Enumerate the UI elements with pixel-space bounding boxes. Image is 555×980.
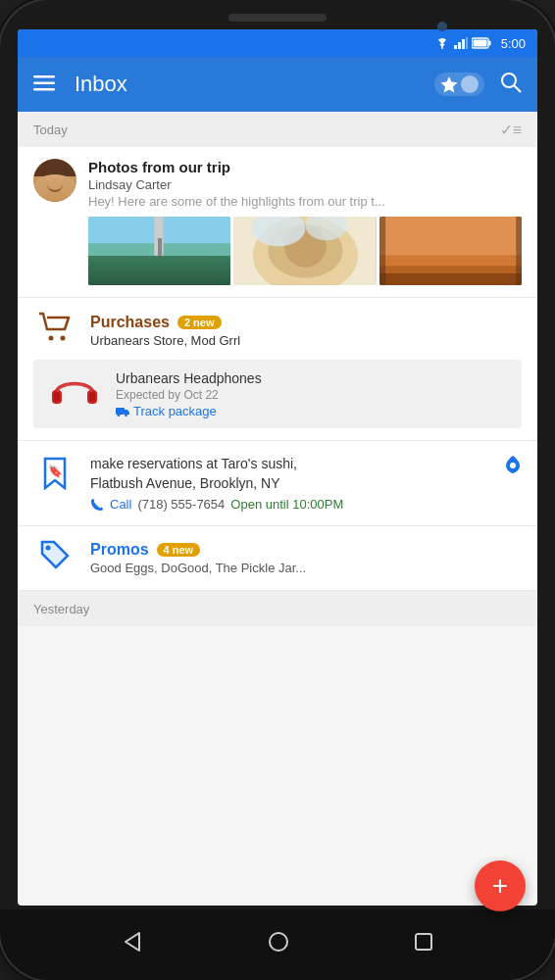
call-label: Call bbox=[110, 497, 131, 512]
promos-card[interactable]: Promos 4 new Good Eggs, DoGood, The Pick… bbox=[18, 526, 537, 591]
svg-rect-16 bbox=[88, 243, 230, 266]
call-number: (718) 555-7654 bbox=[137, 497, 225, 512]
email-subject: Photos from our trip bbox=[88, 159, 522, 175]
purchases-info: Purchases 2 new Urbanears Store, Mod Grr… bbox=[90, 314, 522, 348]
item-details: Urbanears Headphones Expected by Oct 22 … bbox=[116, 370, 510, 418]
call-icon bbox=[90, 498, 104, 512]
toggle-dot bbox=[461, 75, 479, 93]
app-title: Inbox bbox=[75, 72, 434, 97]
email-card[interactable]: Photos from our trip Lindsay Carter Hey!… bbox=[18, 147, 537, 298]
svg-rect-28 bbox=[379, 256, 522, 273]
purchases-title-row: Purchases 2 new bbox=[90, 314, 522, 331]
purchases-title: Purchases bbox=[90, 314, 170, 331]
avatar bbox=[33, 159, 76, 202]
pin-icon bbox=[504, 455, 522, 479]
signal-icon bbox=[454, 37, 468, 49]
purchases-card[interactable]: Purchases 2 new Urbanears Store, Mod Grr… bbox=[18, 298, 537, 441]
svg-rect-30 bbox=[516, 217, 522, 285]
menu-icon[interactable] bbox=[33, 74, 55, 96]
promos-subtitle: Good Eggs, DoGood, The Pickle Jar... bbox=[90, 561, 522, 575]
hamburger-icon bbox=[33, 75, 55, 91]
svg-rect-6 bbox=[488, 41, 490, 46]
truck-icon bbox=[116, 405, 129, 416]
email-thumb-1 bbox=[88, 217, 230, 285]
svg-rect-19 bbox=[103, 262, 216, 273]
email-sender: Lindsay Carter bbox=[88, 177, 522, 192]
speaker bbox=[228, 14, 327, 22]
compose-fab[interactable]: + bbox=[475, 860, 526, 906]
svg-rect-35 bbox=[54, 392, 60, 402]
search-icon[interactable] bbox=[500, 72, 522, 97]
svg-text:🔖: 🔖 bbox=[48, 464, 63, 478]
svg-rect-9 bbox=[33, 81, 55, 84]
svg-marker-11 bbox=[441, 76, 458, 93]
phone-top bbox=[0, 0, 555, 29]
top-bar-actions bbox=[434, 72, 522, 97]
battery-icon bbox=[472, 37, 491, 49]
purchases-badge: 2 new bbox=[177, 316, 222, 329]
reminder-title: make reservations at Taro's sushi, Flatb… bbox=[90, 455, 490, 493]
today-label: Today bbox=[33, 122, 68, 137]
promos-title: Promos bbox=[90, 541, 149, 559]
status-icons: 5:00 bbox=[434, 36, 526, 51]
open-status: Open until 10:00PM bbox=[230, 497, 343, 512]
email-thumb-2 bbox=[233, 217, 376, 285]
svg-rect-46 bbox=[416, 934, 431, 950]
svg-point-32 bbox=[61, 336, 66, 341]
svg-rect-8 bbox=[33, 75, 55, 78]
star-icon bbox=[440, 75, 458, 93]
email-header: Photos from our trip Lindsay Carter Hey!… bbox=[33, 159, 522, 209]
purchases-header: Purchases 2 new Urbanears Store, Mod Grr… bbox=[18, 298, 537, 356]
purchases-icon bbox=[33, 312, 76, 350]
svg-point-38 bbox=[118, 414, 121, 416]
reminder-icon: 🔖 bbox=[33, 457, 76, 497]
item-name: Urbanears Headphones bbox=[116, 370, 510, 386]
screen: 5:00 Inbox bbox=[18, 29, 537, 906]
status-bar: 5:00 bbox=[18, 29, 537, 57]
svg-rect-36 bbox=[89, 392, 95, 402]
reminder-action: Call (718) 555-7654 Open until 10:00PM bbox=[90, 497, 490, 512]
today-section-header: Today ✓≡ bbox=[18, 112, 537, 147]
status-time: 5:00 bbox=[501, 36, 526, 51]
purchases-subtitle: Urbanears Store, Mod Grrl bbox=[90, 333, 522, 348]
svg-rect-2 bbox=[458, 42, 461, 49]
svg-rect-7 bbox=[473, 40, 486, 47]
toggle-button[interactable] bbox=[434, 73, 484, 96]
svg-point-31 bbox=[49, 336, 54, 341]
recents-button[interactable] bbox=[414, 932, 433, 957]
home-button[interactable] bbox=[268, 931, 289, 958]
svg-rect-3 bbox=[462, 39, 465, 49]
item-image bbox=[45, 369, 104, 418]
svg-rect-15 bbox=[88, 259, 230, 285]
promos-title-row: Promos 4 new bbox=[90, 541, 522, 559]
svg-marker-44 bbox=[126, 933, 139, 951]
svg-point-0 bbox=[441, 47, 443, 49]
purchases-item: Urbanears Headphones Expected by Oct 22 … bbox=[33, 360, 522, 428]
svg-point-39 bbox=[125, 414, 127, 416]
phone-frame: 5:00 Inbox bbox=[0, 0, 555, 980]
promos-icon bbox=[33, 540, 76, 576]
svg-rect-17 bbox=[154, 217, 163, 259]
track-label: Track package bbox=[133, 404, 217, 418]
yesterday-label: Yesterday bbox=[33, 602, 89, 616]
reminder-card[interactable]: 🔖 make reservations at Taro's sushi, Fla… bbox=[18, 441, 537, 526]
email-meta: Photos from our trip Lindsay Carter Hey!… bbox=[88, 159, 522, 209]
email-images bbox=[88, 217, 522, 285]
email-thumb-3 bbox=[379, 217, 522, 285]
back-button[interactable] bbox=[122, 931, 143, 958]
yesterday-section-header: Yesterday bbox=[18, 591, 537, 626]
reminder-content: make reservations at Taro's sushi, Flatb… bbox=[90, 455, 490, 512]
svg-rect-37 bbox=[116, 408, 125, 415]
front-camera bbox=[437, 22, 447, 31]
promos-badge: 4 new bbox=[157, 543, 201, 557]
top-bar: Inbox bbox=[18, 57, 537, 112]
svg-point-42 bbox=[510, 463, 516, 468]
svg-line-13 bbox=[514, 85, 521, 92]
svg-point-12 bbox=[502, 74, 516, 87]
wifi-icon bbox=[434, 37, 450, 49]
svg-point-45 bbox=[270, 933, 287, 951]
svg-rect-4 bbox=[466, 37, 468, 49]
promos-content: Promos 4 new Good Eggs, DoGood, The Pick… bbox=[90, 541, 522, 575]
track-link[interactable]: Track package bbox=[116, 404, 510, 418]
check-all-icon[interactable]: ✓≡ bbox=[500, 121, 522, 139]
